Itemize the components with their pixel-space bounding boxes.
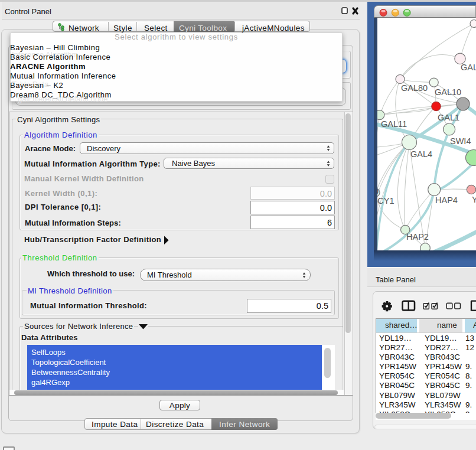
- svg-text:GAL80: GAL80: [401, 83, 428, 93]
- svg-text:GAL10: GAL10: [435, 87, 461, 97]
- svg-text:GCY1: GCY1: [377, 196, 395, 206]
- svg-text:GAL4: GAL4: [410, 149, 432, 159]
- svg-text:HAP4: HAP4: [435, 195, 458, 205]
- svg-text:0: 0: [377, 187, 379, 196]
- svg-text:GAL11: GAL11: [381, 119, 407, 129]
- svg-text:HAP2: HAP2: [406, 232, 429, 242]
- svg-text:GAL1: GAL1: [438, 113, 459, 122]
- svg-text:GAL2: GAL2: [461, 63, 476, 72]
- svg-text:Y: Y: [472, 195, 476, 204]
- svg-text:SWI4: SWI4: [450, 136, 471, 146]
